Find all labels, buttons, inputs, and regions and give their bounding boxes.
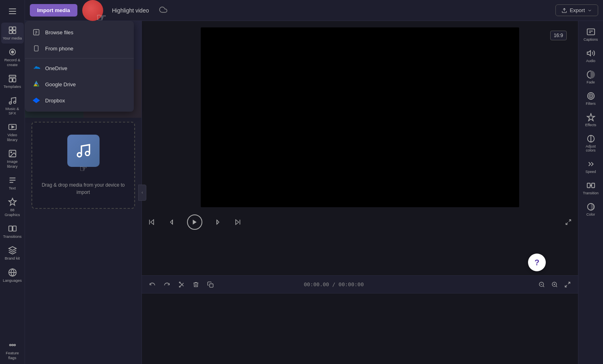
svg-rect-3 (12, 31, 15, 33)
zoom-out-button[interactable] (536, 279, 547, 290)
svg-line-59 (568, 282, 570, 284)
sidebar-item-video-library[interactable]: Video library (1, 119, 24, 145)
svg-rect-8 (12, 78, 15, 82)
right-panel-label: Adjust colors (581, 144, 601, 152)
svg-line-56 (556, 286, 557, 287)
right-panel-adjust-colors[interactable]: Adjust colors (580, 131, 602, 156)
zoom-in-button[interactable] (549, 279, 560, 290)
play-button[interactable] (187, 214, 202, 230)
svg-rect-16 (8, 226, 12, 231)
import-media-button[interactable]: Import media (30, 4, 77, 17)
svg-point-21 (14, 344, 15, 346)
sidebar-item-brand-kit[interactable]: Brand kit (1, 243, 24, 264)
dropdown-google-drive[interactable]: Google Drive (25, 76, 134, 92)
sidebar-item-label: Transitions (3, 234, 21, 239)
right-panel-effects[interactable]: Effects (580, 110, 602, 130)
cloud-icon-button[interactable] (158, 4, 169, 17)
svg-point-67 (591, 96, 591, 96)
timeline-section: 00:00.00 / 00:00:00 (142, 275, 578, 364)
export-label: Export (570, 7, 585, 13)
sidebar-item-music[interactable]: Music & SFX (1, 93, 24, 119)
dropdown-browse-files[interactable]: Browse files (25, 24, 134, 40)
sidebar-item-image-library[interactable]: Image library (1, 146, 24, 172)
video-controls (145, 211, 575, 233)
right-panel-fade[interactable]: Fade (580, 67, 602, 87)
cut-button[interactable] (176, 279, 187, 290)
svg-marker-43 (236, 220, 239, 225)
svg-line-45 (569, 220, 571, 222)
right-panel-label: Color (586, 212, 595, 216)
right-panel-captions[interactable]: Captions (580, 24, 602, 45)
hamburger-menu[interactable] (4, 3, 21, 19)
sidebar-item-transitions[interactable]: Transitions (1, 221, 24, 242)
phone-icon (32, 44, 40, 52)
sidebar-item-feature-flags[interactable]: Feature flags (1, 337, 24, 363)
sidebar-item-label: Feature flags (3, 351, 22, 360)
svg-marker-41 (193, 220, 196, 225)
timeline-time-display: 00:00.00 / 00:00:00 (304, 281, 364, 287)
left-sidebar: Your media Record & create Templates Mus… (0, 0, 25, 364)
sidebar-item-record[interactable]: Record & create (1, 44, 24, 70)
highlight-video-button[interactable]: Highlight video (108, 5, 153, 16)
sidebar-item-label: 88 Graphics (3, 208, 22, 217)
duplicate-button[interactable] (205, 279, 216, 290)
sidebar-item-graphics[interactable]: 88 Graphics (1, 194, 24, 220)
sidebar-item-label: Image library (3, 159, 22, 168)
fit-timeline-button[interactable] (562, 279, 573, 290)
sidebar-item-your-media[interactable]: Your media (1, 23, 24, 44)
onedrive-icon (32, 64, 40, 72)
svg-point-36 (77, 153, 81, 157)
sidebar-item-label: Record & create (3, 58, 22, 67)
fullscreen-button[interactable] (562, 216, 575, 229)
svg-rect-51 (210, 284, 213, 287)
center-column: 16:9 (142, 21, 578, 364)
fast-forward-button[interactable] (210, 216, 223, 229)
right-panel-color[interactable]: Color (580, 199, 602, 220)
aspect-ratio-button[interactable]: 16:9 (550, 31, 567, 40)
svg-point-10 (13, 101, 16, 103)
svg-rect-2 (9, 31, 12, 33)
right-panel-label: Filters (586, 102, 596, 106)
svg-point-14 (10, 152, 12, 153)
svg-point-19 (12, 344, 13, 346)
redo-button[interactable] (161, 279, 173, 290)
google-drive-label: Google Drive (45, 81, 76, 87)
svg-rect-27 (34, 46, 38, 51)
file-icon (32, 28, 40, 36)
collapse-panel-button[interactable]: ‹ (138, 185, 146, 201)
svg-rect-17 (12, 226, 16, 231)
svg-marker-12 (12, 126, 14, 129)
timeline-body (142, 293, 578, 364)
right-panel-speed[interactable]: Speed (580, 156, 602, 177)
undo-button[interactable] (147, 279, 158, 290)
media-panel: Browse files From phone (25, 21, 142, 364)
cursor-indicator: ☞ (82, 0, 103, 21)
right-panel-audio[interactable]: Audio (580, 46, 602, 66)
skip-to-end-button[interactable] (231, 216, 244, 229)
content-row: Browse files From phone (25, 21, 603, 364)
skip-to-start-button[interactable] (145, 216, 158, 229)
onedrive-label: OneDrive (45, 65, 67, 71)
delete-button[interactable] (190, 279, 202, 290)
sidebar-item-label: Your media (3, 36, 22, 40)
sidebar-item-label: Brand kit (5, 256, 20, 260)
dropdown-from-phone[interactable]: From phone (25, 40, 134, 56)
right-panel-filters[interactable]: Filters (580, 88, 602, 109)
help-button[interactable]: ? (528, 254, 546, 271)
rewind-button[interactable] (166, 216, 179, 229)
right-panel-label: Effects (585, 123, 596, 127)
svg-rect-1 (12, 27, 15, 30)
dropdown-dropbox[interactable]: Dropbox (25, 92, 134, 108)
sidebar-item-text[interactable]: Text (1, 173, 24, 193)
export-button[interactable]: Export (555, 4, 598, 16)
svg-marker-42 (217, 220, 219, 225)
sidebar-item-templates[interactable]: Templates (1, 71, 24, 92)
sidebar-item-label: Music & SFX (3, 106, 22, 116)
media-drop-area: ☞ Drag & drop media from your device to … (31, 122, 135, 209)
browse-files-label: Browse files (45, 29, 73, 35)
dropdown-onedrive[interactable]: OneDrive (25, 60, 134, 76)
zoom-controls (536, 279, 573, 290)
right-panel-transition[interactable]: Transition (580, 178, 602, 198)
sidebar-item-languages[interactable]: Languages (1, 265, 24, 286)
svg-point-20 (9, 344, 11, 346)
